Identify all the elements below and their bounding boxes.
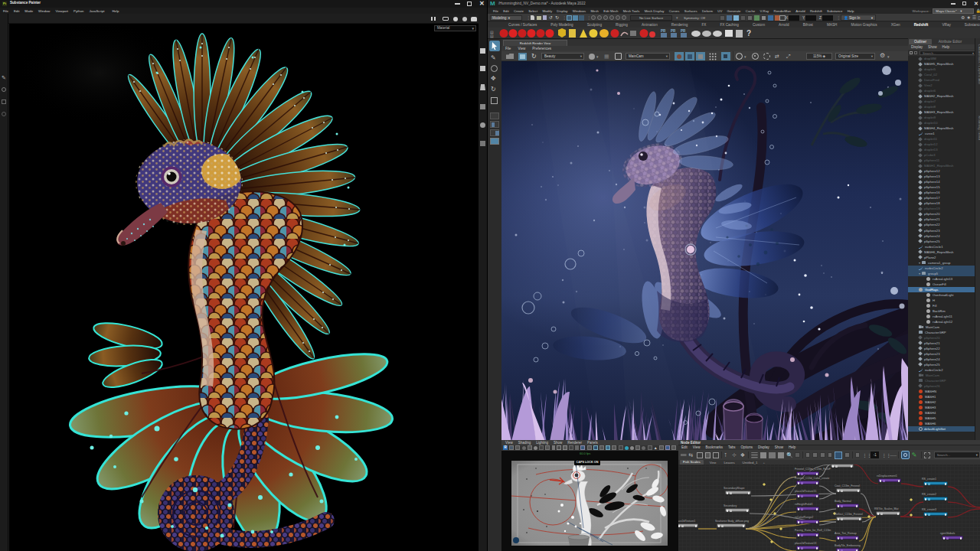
svg-text:PR: PR [671,29,676,33]
svg-text:PR: PR [661,29,666,33]
svg-text:PR: PR [681,29,686,33]
svg-text:?: ? [746,29,751,37]
